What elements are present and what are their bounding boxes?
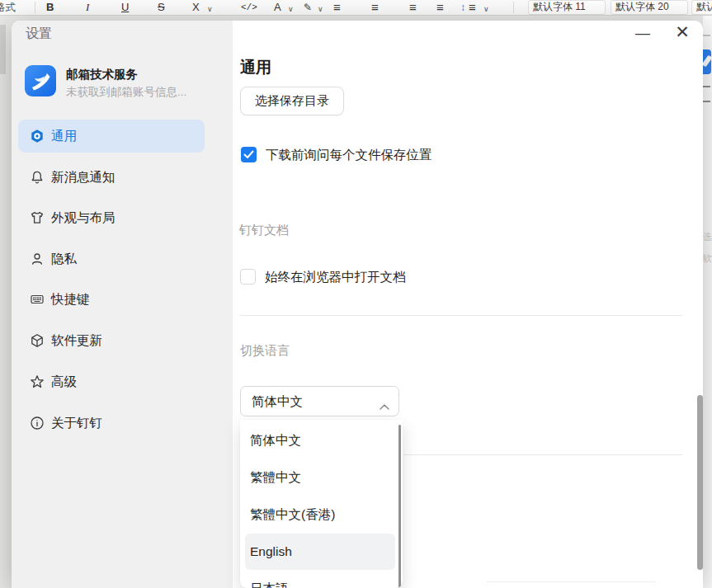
section-divider-partial — [403, 454, 682, 455]
line-spacing-button[interactable]: ≡ — [469, 0, 476, 15]
chevron-up-icon — [380, 398, 389, 413]
person-icon — [30, 252, 45, 266]
minimize-button[interactable]: — — [632, 22, 653, 44]
dropdown-option-simplified-chinese[interactable]: 简体中文 — [250, 430, 301, 450]
align-center-button[interactable]: ≡ — [371, 0, 379, 15]
font-size-button-1[interactable]: 默认字体 11 — [528, 0, 606, 15]
italic-button[interactable]: I — [86, 0, 89, 15]
underline-button[interactable]: U — [121, 0, 129, 15]
dingtalk-wing-icon — [25, 65, 56, 96]
chevron-down-icon[interactable]: ∨ — [288, 2, 294, 16]
chevron-down-icon[interactable]: ∨ — [207, 2, 213, 16]
bell-icon — [30, 170, 45, 185]
sidebar-item-label: 新消息通知 — [51, 169, 116, 186]
align-justify-button[interactable]: ≡ — [436, 0, 444, 15]
code-button[interactable]: </> — [241, 0, 257, 15]
editor-toolbar: 格式 B I U S X ∨ </> A ∨ ✎ ∨ ≡ ≡ ≡ ≡ ↕ ≡ ∨… — [0, 0, 712, 16]
keyboard-icon — [30, 292, 45, 307]
dropdown-option-traditional-chinese[interactable]: 繁體中文 — [250, 468, 301, 487]
close-button[interactable]: ✕ — [671, 21, 694, 44]
cube-icon — [30, 333, 45, 348]
format-menu-label[interactable]: 格式 — [0, 0, 16, 15]
sidebar-item-label: 高级 — [51, 374, 77, 391]
sidebar-item-label: 隐私 — [51, 251, 77, 268]
language-select[interactable]: 简体中文 — [240, 386, 399, 416]
docs-section-title: 钉钉文档 — [239, 223, 289, 238]
sidebar-item-appearance[interactable]: 外观与布局 — [18, 201, 205, 234]
dropdown-option-english[interactable]: English — [250, 542, 292, 562]
background-app-icon — [703, 49, 711, 74]
background-block — [0, 25, 6, 74]
sidebar-item-label: 通用 — [51, 128, 77, 145]
settings-dialog: 设置 邮箱技术服务 未获取到邮箱账号信息... 通用 — [12, 21, 703, 588]
sidebar-item-advanced[interactable]: 高级 — [18, 365, 205, 398]
font-size-button-3[interactable]: 默认字 — [691, 0, 712, 15]
info-icon — [30, 416, 45, 430]
choose-save-directory-button[interactable]: 选择保存目录 — [240, 87, 344, 115]
tshirt-icon — [30, 210, 45, 225]
account-name: 邮箱技术服务 — [66, 67, 138, 82]
sidebar-item-updates[interactable]: 软件更新 — [18, 324, 205, 357]
toolbar-separator — [513, 2, 514, 13]
background-line — [703, 101, 710, 102]
background-line — [703, 35, 710, 36]
toolbar-separator — [35, 2, 35, 13]
background-ghost-text: 选 — [703, 231, 712, 243]
account-subtitle: 未获取到邮箱账号信息... — [66, 85, 186, 100]
star-icon — [30, 374, 45, 389]
section-divider — [239, 315, 682, 316]
line-spacing-icon[interactable]: ↕ — [460, 0, 465, 15]
sidebar-item-about[interactable]: 关于钉钉 — [18, 407, 205, 440]
align-left-button[interactable]: ≡ — [333, 0, 341, 15]
font-size-button-2[interactable]: 默认字体 20 — [611, 0, 688, 15]
sidebar-item-label: 外观与布局 — [51, 209, 116, 227]
bold-button[interactable]: B — [46, 0, 54, 15]
font-color-button[interactable]: A — [274, 0, 281, 15]
checkbox-label: 下载前询问每个文件保存位置 — [266, 147, 432, 163]
language-section-title: 切换语言 — [240, 343, 290, 359]
sidebar-item-label: 软件更新 — [51, 332, 102, 350]
language-dropdown: 简体中文 繁體中文 繁體中文(香港) English 日本語 — [240, 420, 403, 588]
sidebar-item-shortcuts[interactable]: 快捷键 — [18, 283, 205, 316]
chevron-down-icon[interactable]: ∨ — [483, 2, 489, 16]
sidebar-item-notifications[interactable]: 新消息通知 — [18, 161, 205, 194]
dropdown-option-japanese[interactable]: 日本語 — [250, 579, 289, 588]
checkbox-unchecked[interactable] — [240, 269, 256, 285]
background-left-strip — [0, 15, 12, 588]
sidebar-item-label: 快捷键 — [51, 291, 90, 308]
sidebar-item-general[interactable]: 通用 — [18, 120, 205, 153]
page-title: 通用 — [240, 57, 271, 78]
checkbox-label: 始终在浏览器中打开文档 — [265, 269, 406, 285]
dialog-title: 设置 — [26, 26, 52, 43]
background-ghost-text: 软 — [703, 252, 712, 265]
account-row[interactable]: 邮箱技术服务 未获取到邮箱账号信息... — [12, 64, 233, 101]
dropdown-scrollbar-thumb[interactable] — [398, 425, 401, 588]
sidebar-item-privacy[interactable]: 隐私 — [18, 242, 205, 275]
language-select-value: 简体中文 — [252, 393, 303, 411]
faint-divider — [487, 581, 655, 582]
dialog-scrollbar-thumb[interactable] — [697, 395, 703, 570]
gear-icon — [30, 129, 45, 143]
strikethrough-button[interactable]: S — [158, 0, 165, 15]
checkbox-checked[interactable] — [241, 147, 257, 162]
background-line — [703, 86, 710, 87]
dropdown-option-traditional-chinese-hk[interactable]: 繁體中文(香港) — [250, 505, 335, 524]
chevron-down-icon[interactable]: ∨ — [318, 2, 323, 16]
sidebar-item-label: 关于钉钉 — [51, 415, 102, 432]
highlight-pen-button[interactable]: ✎ — [304, 0, 312, 15]
align-right-button[interactable]: ≡ — [409, 0, 417, 15]
background-right-sliver: 选 软 — [703, 15, 712, 588]
settings-sidebar: 设置 邮箱技术服务 未获取到邮箱账号信息... 通用 — [12, 21, 233, 588]
superscript-button[interactable]: X — [192, 0, 200, 15]
